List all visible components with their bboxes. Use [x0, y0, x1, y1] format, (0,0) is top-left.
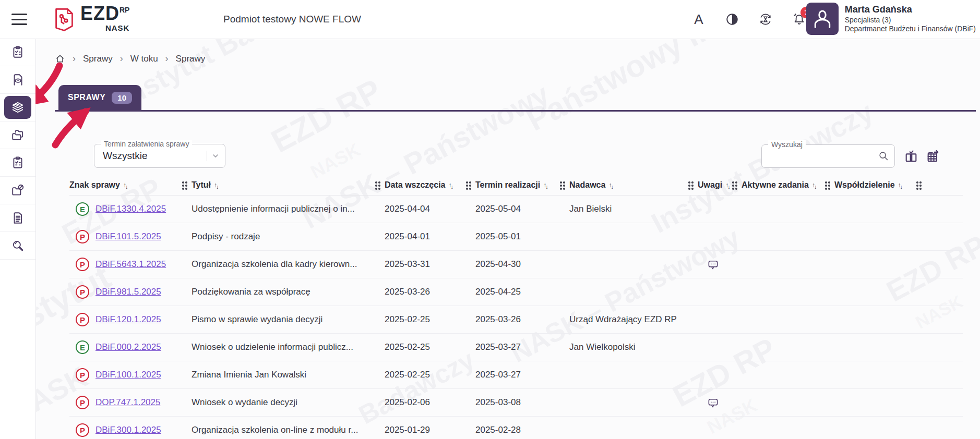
logo-text-ezd: EZD [80, 3, 119, 24]
case-title: Wniosek o wydanie decyzji [192, 397, 371, 408]
breadcrumb-sprawy-2[interactable]: Sprawy [176, 54, 206, 64]
top-bar-icons: A 7 [690, 0, 808, 39]
breadcrumb-sprawy[interactable]: Sprawy [83, 54, 113, 64]
session-timer-icon[interactable] [757, 10, 774, 28]
column-header-termin-realizacji[interactable]: Termin realizacji↑↓ [475, 180, 556, 190]
app-logo: EZDRP NASK [53, 4, 129, 34]
column-drag-handle[interactable] [182, 181, 187, 189]
case-number-link[interactable]: DOP.747.1.2025 [95, 397, 160, 407]
table-row: P DBiF.981.5.2025 Podziękowania za współ… [69, 278, 963, 306]
status-icon: P [76, 396, 89, 409]
logo-text-nask: NASK [80, 24, 129, 32]
contrast-icon[interactable] [723, 10, 741, 28]
sidebar-item-folders[interactable] [0, 121, 35, 149]
sort-icon: ↑↓ [449, 182, 455, 188]
table-row: P DBiF.101.5.2025 Podpisy - rodzaje 2025… [69, 223, 963, 251]
column-header-data-wszczecia[interactable]: Data wszczęcia↑↓ [385, 180, 462, 190]
sidebar-item-blocked-folder[interactable] [0, 177, 35, 204]
table-export-icon[interactable] [924, 147, 942, 166]
status-icon: P [76, 313, 89, 326]
logo-text-rp: RP [119, 6, 129, 14]
sidebar-item-review[interactable] [0, 66, 35, 94]
sender: Urząd Wdrażający EZD RP [569, 314, 684, 325]
start-date: 2025-04-04 [385, 204, 462, 214]
status-icon: E [76, 202, 89, 216]
due-date: 2025-03-08 [475, 397, 556, 408]
case-title: Podziękowania za współpracę [192, 287, 371, 297]
column-header-aktywne-zadania[interactable]: Aktywne zadania↑↓ [742, 180, 821, 190]
search-magnifier-icon[interactable] [878, 150, 889, 164]
column-header-uwagi[interactable]: Uwagi↑↓ [698, 180, 728, 190]
search-icon [11, 239, 25, 252]
user-menu[interactable]: Marta Gdańska Specjalista (3) Departmane… [806, 3, 976, 35]
chevron-down-icon [207, 151, 220, 161]
red-arrow-to-sidebar [35, 66, 59, 102]
table-row: P DOP.747.1.2025 Wniosek o wydanie decyz… [69, 389, 963, 417]
table-header-row: Znak sprawy↑↓ Tytuł↑↓ Data wszczęcia↑↓ T… [69, 175, 963, 196]
sidebar-item-tasks[interactable] [0, 39, 35, 66]
breadcrumb-w-toku[interactable]: W toku [130, 54, 158, 64]
case-number-link[interactable]: DBiF.1330.4.2025 [95, 204, 166, 214]
start-date: 2025-04-01 [385, 231, 462, 242]
search-field: Wyszukaj [761, 144, 895, 168]
column-header-nadawca[interactable]: Nadawca↑↓ [569, 180, 684, 190]
breadcrumb: › Sprawy › W toku › Sprawy [55, 53, 205, 64]
column-header-wspoldzielenie[interactable]: Współdzielenie↑↓ [834, 180, 913, 190]
status-icon: P [76, 423, 89, 437]
case-number-link[interactable]: DBiF.120.1.2025 [95, 314, 161, 324]
case-title: Zmiana Imienia Jan Kowalski [192, 370, 371, 380]
tab-sprawy[interactable]: SPRAWY 10 [58, 85, 141, 110]
start-date: 2025-02-06 [385, 397, 462, 408]
sidebar-item-documents[interactable] [0, 204, 35, 232]
tab-count-badge: 10 [112, 92, 132, 104]
column-drag-handle[interactable] [560, 181, 565, 189]
case-number-link[interactable]: DBiF.101.5.2025 [95, 231, 161, 241]
case-number-link[interactable]: DBiF.000.2.2025 [95, 342, 161, 352]
start-date: 2025-01-29 [385, 425, 462, 435]
case-number-link[interactable]: DBiF.100.1.2025 [95, 370, 161, 380]
notifications-bell-icon[interactable]: 7 [790, 10, 808, 28]
case-number-link[interactable]: DBiF.5643.1.2025 [95, 259, 166, 269]
case-title: Podpisy - rodzaje [192, 231, 371, 242]
sidebar [0, 39, 36, 439]
due-date: 2025-05-01 [475, 231, 556, 242]
column-drag-handle[interactable] [688, 181, 694, 189]
table-row: P DBiF.120.1.2025 Pismo w sprawie wydani… [69, 306, 963, 334]
column-drag-handle[interactable] [916, 181, 922, 189]
font-size-icon[interactable]: A [690, 10, 708, 28]
sidebar-item-search[interactable] [0, 232, 35, 260]
case-number-link[interactable]: DBiF.300.1.2025 [95, 425, 161, 435]
column-drag-handle[interactable] [825, 181, 830, 189]
column-drag-handle[interactable] [375, 181, 380, 189]
start-date: 2025-02-25 [385, 314, 462, 325]
case-title: Wniosek o udzielenie informacji publicz.… [192, 342, 371, 352]
breadcrumb-separator: › [165, 53, 169, 64]
comment-bubble-icon[interactable] [707, 397, 719, 409]
tab-label: SPRAWY [68, 93, 105, 102]
column-header-tytul[interactable]: Tytuł↑↓ [192, 180, 371, 190]
case-number-link[interactable]: DBiF.981.5.2025 [95, 287, 161, 297]
sort-icon: ↑↓ [608, 182, 615, 188]
sidebar-item-sprawy[interactable] [0, 94, 35, 121]
due-date: 2025-04-25 [475, 287, 556, 297]
deadline-filter-select[interactable]: Termin załatwienia sprawy Wszystkie [94, 144, 225, 168]
column-picker-icon[interactable] [902, 147, 921, 166]
search-input[interactable] [768, 148, 869, 165]
column-drag-handle[interactable] [466, 181, 471, 189]
red-arrow-to-tab [55, 112, 86, 145]
table-row: E DBiF.1330.4.2025 Udostępnienie informa… [69, 196, 963, 223]
home-icon[interactable] [55, 54, 65, 64]
table-row: P DBiF.5643.1.2025 Organizacja szkolenia… [69, 251, 963, 278]
column-drag-handle[interactable] [732, 181, 737, 189]
comment-bubble-icon[interactable] [707, 259, 719, 271]
breadcrumb-separator: › [73, 53, 76, 64]
case-title: Pismo w sprawie wydania decyzji [192, 314, 371, 325]
cases-stack-icon [11, 101, 25, 114]
sidebar-item-checklist[interactable] [0, 149, 35, 177]
top-bar: EZDRP NASK Podmiot testowy NOWE FLOW A 7 [0, 0, 980, 39]
sort-icon: ↑↓ [812, 182, 818, 188]
breadcrumb-separator: › [120, 53, 123, 64]
hamburger-menu-icon[interactable] [11, 14, 27, 25]
column-header-znak-sprawy[interactable]: Znak sprawy↑↓ [69, 180, 178, 190]
deadline-filter-label: Termin załatwienia sprawy [101, 140, 192, 148]
